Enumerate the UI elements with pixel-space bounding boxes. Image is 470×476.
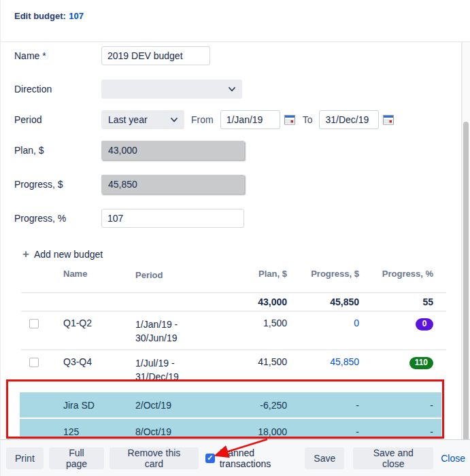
scrollbar-track[interactable] xyxy=(462,42,470,439)
row-progress-link[interactable]: 0 xyxy=(354,318,359,328)
transaction-progress: - xyxy=(287,400,359,411)
progress-percent-input[interactable] xyxy=(101,209,244,228)
progress-amount-label: Progress, $ xyxy=(14,179,101,190)
period-row: Period Last year From To xyxy=(14,110,461,129)
add-new-budget-button[interactable]: + Add new budget xyxy=(22,248,461,261)
row-checkbox[interactable] xyxy=(29,358,39,367)
period-line1: 1/Jul/19 - xyxy=(135,358,175,369)
progress-percent-row: Progress, % xyxy=(14,209,461,228)
summary-progress: 45,850 xyxy=(287,296,359,307)
dialog-body: Name * Direction Period Last year From xyxy=(1,42,462,439)
table-header-row: Name Period Plan, $ Progress, $ Progress… xyxy=(21,269,446,292)
progress-amount-input-disabled: 45,850 xyxy=(101,175,244,194)
planned-transactions-checkbox[interactable]: ✓ xyxy=(205,454,215,463)
transaction-row: 125 8/Oct/19 18,000 - - xyxy=(20,419,441,439)
from-date-input[interactable] xyxy=(220,110,280,129)
dialog-title: Edit budget: xyxy=(14,11,66,21)
to-label: To xyxy=(303,114,313,125)
period-label: Period xyxy=(14,114,101,125)
summary-row: 43,000 45,850 55 xyxy=(21,292,446,311)
add-new-budget-label: Add new budget xyxy=(34,249,103,260)
transaction-name: 125 xyxy=(63,426,135,437)
budget-id-link[interactable]: 107 xyxy=(69,11,84,21)
transaction-plan: 18,000 xyxy=(217,426,287,437)
name-label: Name * xyxy=(14,50,101,61)
table-row: Q3-Q4 1/Jul/19 - 31/Dec/19 41,500 45,850… xyxy=(21,350,446,388)
percent-badge: 0 xyxy=(416,318,433,330)
row-checkbox[interactable] xyxy=(29,319,39,328)
row-name: Q1-Q2 xyxy=(63,318,135,328)
dialog-header: Edit budget: 107 xyxy=(1,0,470,42)
percent-badge: 110 xyxy=(409,357,433,369)
print-button[interactable]: Print xyxy=(6,447,44,469)
close-link[interactable]: Close xyxy=(441,453,465,464)
chevron-down-icon xyxy=(171,118,178,122)
transaction-percent: - xyxy=(359,426,441,437)
summary-percent: 55 xyxy=(359,296,446,307)
transaction-name: Jira SD xyxy=(63,400,135,411)
row-plan: 41,500 xyxy=(217,356,287,367)
transaction-date: 8/Oct/19 xyxy=(135,426,217,437)
transaction-date: 2/Oct/19 xyxy=(135,400,217,411)
col-header-progress: Progress, $ xyxy=(287,269,359,282)
row-name: Q3-Q4 xyxy=(63,356,135,367)
edit-budget-dialog: Edit budget: 107 Name * Direction Period… xyxy=(0,0,470,476)
from-label: From xyxy=(191,114,214,125)
row-period: 1/Jul/19 - 31/Dec/19 xyxy=(135,356,217,384)
period-preset-select[interactable]: Last year xyxy=(101,110,184,129)
direction-row: Direction xyxy=(14,80,461,99)
plan-label: Plan, $ xyxy=(14,145,101,156)
period-preset-value: Last year xyxy=(108,114,148,125)
budgets-table: Name Period Plan, $ Progress, $ Progress… xyxy=(21,269,446,388)
direction-select[interactable] xyxy=(101,80,242,99)
plan-input-disabled: 43,000 xyxy=(101,141,244,160)
period-line2: 30/Jun/19 xyxy=(135,333,178,343)
summary-plan: 43,000 xyxy=(217,296,287,307)
transaction-plan: -6,250 xyxy=(217,400,287,411)
plan-row: Plan, $ 43,000 xyxy=(14,141,461,160)
dialog-footer: Print Full page Remove this card ✓ Plann… xyxy=(1,439,470,476)
name-row: Name * xyxy=(14,46,461,65)
calendar-icon[interactable] xyxy=(383,114,395,125)
save-and-close-button[interactable]: Save and close xyxy=(353,447,433,469)
row-period: 1/Jan/19 - 30/Jun/19 xyxy=(135,318,217,345)
remove-card-button[interactable]: Remove this card xyxy=(110,447,199,469)
transaction-row: Jira SD 2/Oct/19 -6,250 - - xyxy=(20,392,441,418)
row-progress-link[interactable]: 45,850 xyxy=(330,356,359,367)
to-date-input[interactable] xyxy=(319,110,379,129)
calendar-icon[interactable] xyxy=(284,114,296,125)
save-button[interactable]: Save xyxy=(305,447,344,469)
transaction-percent: - xyxy=(359,400,441,411)
period-line2: 31/Dec/19 xyxy=(135,371,179,382)
table-row: Q1-Q2 1/Jan/19 - 30/Jun/19 1,500 0 0 xyxy=(21,311,446,350)
full-page-button[interactable]: Full page xyxy=(49,447,104,469)
col-header-percent: Progress, % xyxy=(359,269,446,282)
progress-percent-label: Progress, % xyxy=(14,213,101,224)
direction-label: Direction xyxy=(14,84,101,95)
planned-transactions-block: Jira SD 2/Oct/19 -6,250 - - 125 8/Oct/19… xyxy=(20,392,441,439)
col-header-plan: Plan, $ xyxy=(217,269,287,282)
plus-icon: + xyxy=(22,249,29,260)
name-input[interactable] xyxy=(101,46,210,65)
row-plan: 1,500 xyxy=(217,318,287,328)
col-header-period: Period xyxy=(135,269,217,282)
period-line1: 1/Jan/19 - xyxy=(135,319,178,330)
planned-transactions-label: Planned transactions xyxy=(220,447,305,469)
progress-amount-row: Progress, $ 45,850 xyxy=(14,175,461,194)
col-header-name: Name xyxy=(63,269,135,282)
chevron-down-icon xyxy=(229,87,235,92)
transaction-progress: - xyxy=(287,426,359,437)
scrollbar-thumb[interactable] xyxy=(463,122,469,471)
